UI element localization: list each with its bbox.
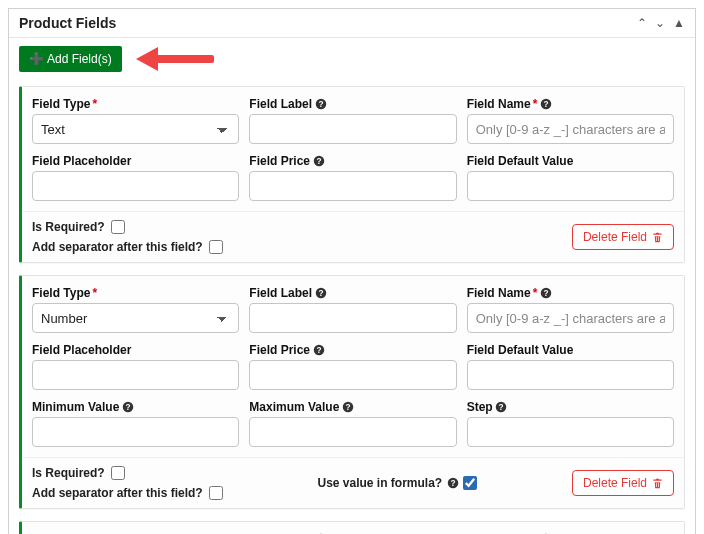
plus-icon: ➕ <box>29 52 44 66</box>
field-placeholder-input[interactable] <box>32 360 239 390</box>
use-formula-wrap: Use value in formula?? <box>317 476 477 490</box>
field-type-label: Field Type* <box>32 97 239 111</box>
step-input[interactable] <box>467 417 674 447</box>
field-name-label: Field Name* ? <box>467 97 674 111</box>
product-fields-panel: Product Fields ⌃ ⌄ ▲ ➕ Add Field(s) Fiel… <box>8 8 696 534</box>
use-formula-label: Use value in formula? <box>317 476 442 490</box>
trash-icon <box>652 478 663 489</box>
field-type-label: Field Type* <box>32 286 239 300</box>
fields-list: Field Type*TextField Label ?Field Name* … <box>9 86 695 534</box>
delete-field-label: Delete Field <box>583 476 647 490</box>
svg-text:?: ? <box>543 100 548 109</box>
help-icon[interactable]: ? <box>312 344 325 357</box>
help-icon[interactable]: ? <box>539 98 552 111</box>
svg-text:?: ? <box>125 403 130 412</box>
field-default-input[interactable] <box>467 171 674 201</box>
svg-text:?: ? <box>318 289 323 298</box>
field-card: Field Type*TextField Label ?Field Name* … <box>19 86 685 263</box>
help-icon[interactable]: ? <box>446 477 459 490</box>
is-required-label: Is Required? <box>32 220 105 234</box>
help-icon[interactable]: ? <box>314 287 327 300</box>
help-icon[interactable]: ? <box>341 401 354 414</box>
is-required-wrap: Is Required? <box>32 220 223 234</box>
add-separator-label: Add separator after this field? <box>32 240 203 254</box>
help-icon[interactable]: ? <box>121 401 134 414</box>
use-formula-checkbox[interactable] <box>463 476 477 490</box>
trash-icon <box>652 232 663 243</box>
field-price-input[interactable] <box>249 171 456 201</box>
field-placeholder-label: Field Placeholder <box>32 154 239 168</box>
is-required-checkbox[interactable] <box>111 220 125 234</box>
add-separator-wrap: Add separator after this field? <box>32 486 223 500</box>
field-label-input[interactable] <box>249 303 456 333</box>
field-name-input[interactable] <box>467 303 674 333</box>
add-field-label: Add Field(s) <box>47 52 112 66</box>
field-name-input[interactable] <box>467 114 674 144</box>
panel-title: Product Fields <box>19 15 116 31</box>
add-separator-checkbox[interactable] <box>209 486 223 500</box>
help-icon[interactable]: ? <box>539 287 552 300</box>
is-required-wrap: Is Required? <box>32 466 223 480</box>
field-type-select[interactable]: Number <box>32 303 239 333</box>
add-separator-label: Add separator after this field? <box>32 486 203 500</box>
field-default-input[interactable] <box>467 360 674 390</box>
svg-text:?: ? <box>345 403 350 412</box>
panel-toolbar: ➕ Add Field(s) <box>9 38 695 86</box>
panel-header: Product Fields ⌃ ⌄ ▲ <box>9 9 695 38</box>
field-price-label: Field Price ? <box>249 343 456 357</box>
delete-field-label: Delete Field <box>583 230 647 244</box>
step-label: Step ? <box>467 400 674 414</box>
field-name-label: Field Name* ? <box>467 286 674 300</box>
help-icon[interactable]: ? <box>495 401 508 414</box>
max-value-label: Maximum Value ? <box>249 400 456 414</box>
annotation-arrow <box>136 49 216 69</box>
svg-text:?: ? <box>499 403 504 412</box>
max-value-input[interactable] <box>249 417 456 447</box>
chevron-down-icon[interactable]: ⌄ <box>655 16 665 30</box>
add-separator-wrap: Add separator after this field? <box>32 240 223 254</box>
add-separator-checkbox[interactable] <box>209 240 223 254</box>
field-default-label: Field Default Value <box>467 343 674 357</box>
field-card: Field Type*Color PickerField Label ?Fiel… <box>19 521 685 534</box>
field-label-label: Field Label ? <box>249 97 456 111</box>
min-value-input[interactable] <box>32 417 239 447</box>
svg-text:?: ? <box>318 100 323 109</box>
is-required-label: Is Required? <box>32 466 105 480</box>
svg-text:?: ? <box>450 479 455 488</box>
add-field-button[interactable]: ➕ Add Field(s) <box>19 46 122 72</box>
min-value-label: Minimum Value ? <box>32 400 239 414</box>
help-icon[interactable]: ? <box>312 155 325 168</box>
field-type-select[interactable]: Text <box>32 114 239 144</box>
delete-field-button[interactable]: Delete Field <box>572 470 674 496</box>
svg-text:?: ? <box>316 346 321 355</box>
help-icon[interactable]: ? <box>314 98 327 111</box>
is-required-checkbox[interactable] <box>111 466 125 480</box>
field-placeholder-label: Field Placeholder <box>32 343 239 357</box>
collapse-icon[interactable]: ▲ <box>673 16 685 30</box>
field-default-label: Field Default Value <box>467 154 674 168</box>
field-price-label: Field Price ? <box>249 154 456 168</box>
svg-text:?: ? <box>316 157 321 166</box>
delete-field-button[interactable]: Delete Field <box>572 224 674 250</box>
chevron-up-icon[interactable]: ⌃ <box>637 16 647 30</box>
field-card: Field Type*NumberField Label ?Field Name… <box>19 275 685 509</box>
field-placeholder-input[interactable] <box>32 171 239 201</box>
field-label-label: Field Label ? <box>249 286 456 300</box>
field-label-input[interactable] <box>249 114 456 144</box>
field-price-input[interactable] <box>249 360 456 390</box>
svg-text:?: ? <box>543 289 548 298</box>
